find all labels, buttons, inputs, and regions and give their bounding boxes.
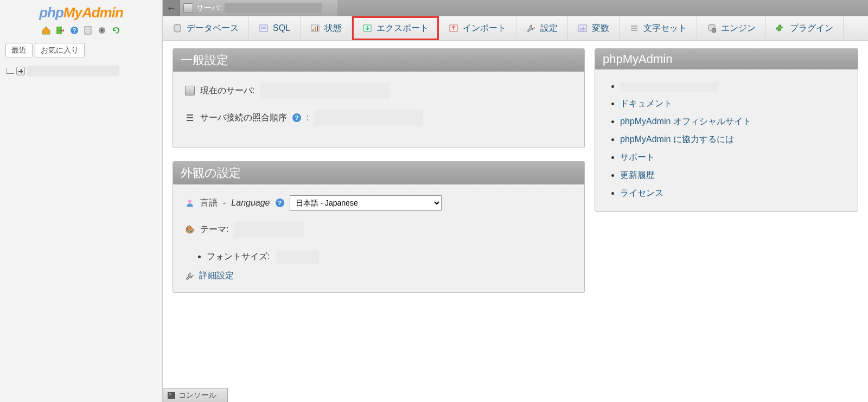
fontsize-value[interactable]	[276, 251, 319, 264]
language-sep: -	[223, 198, 226, 208]
console-bar[interactable]: コンソール	[163, 388, 228, 402]
home-icon[interactable]	[41, 25, 51, 35]
tab-label: 文字セット	[643, 23, 687, 34]
collation-row: サーバ接続の照合順序 ? :	[185, 110, 572, 126]
logo-part2: MyAdmin	[63, 4, 123, 21]
theme-value[interactable]	[234, 221, 304, 238]
tree-node-label[interactable]	[27, 66, 119, 76]
help-icon[interactable]: ?	[276, 199, 284, 207]
console-label: コンソール	[178, 391, 216, 400]
link-support[interactable]: サポート	[620, 152, 655, 162]
collation-icon	[185, 113, 195, 123]
tree-expand-icon[interactable]	[16, 67, 25, 75]
sql-docs-icon[interactable]	[83, 25, 93, 35]
svg-point-5	[101, 29, 103, 31]
help-icon[interactable]: ?	[292, 113, 301, 122]
wrench-icon	[185, 271, 195, 281]
svg-point-26	[188, 200, 192, 203]
server-name-redacted	[225, 3, 322, 13]
tab-sql[interactable]: SQL	[249, 16, 301, 40]
language-select[interactable]: 日本語 - Japanese	[290, 195, 442, 210]
appearance-list: フォントサイズ:	[185, 248, 572, 266]
svg-rect-7	[260, 25, 267, 31]
main-area: ← サーバ: データベース SQL 状態 エクスポート インポート	[163, 0, 868, 402]
list-item[interactable]: phpMyAdmin に協力するには	[620, 131, 848, 149]
database-icon	[173, 23, 182, 33]
more-settings-row[interactable]: 詳細設定	[185, 266, 572, 282]
server-breadcrumb[interactable]: サーバ:	[180, 0, 337, 16]
links-list: ドキュメント phpMyAdmin オフィシャルサイト phpMyAdmin に…	[605, 78, 848, 202]
recent-button[interactable]: 最近	[5, 43, 33, 58]
list-item[interactable]	[620, 78, 848, 95]
tree-row[interactable]	[7, 66, 156, 76]
tab-label: データベース	[187, 23, 239, 34]
server-icon	[185, 86, 195, 95]
list-item[interactable]: 更新履歴	[620, 167, 848, 184]
sidebar: phpMyAdmin ? 最近 お気に入り	[0, 0, 163, 402]
charset-icon	[629, 23, 639, 33]
list-item[interactable]: ライセンス	[620, 184, 848, 202]
more-settings-link[interactable]: 詳細設定	[199, 270, 234, 282]
language-row: 言語 - Language ? 日本語 - Japanese	[185, 195, 572, 210]
server-label: サーバ:	[196, 3, 221, 13]
theme-row: テーマ:	[185, 221, 572, 238]
panel-title: 外観の設定	[173, 162, 584, 184]
link-docs[interactable]: ドキュメント	[620, 99, 672, 108]
arrow-left-icon: ←	[167, 3, 176, 14]
collation-value[interactable]	[314, 110, 423, 126]
favorites-button[interactable]: お気に入り	[35, 43, 85, 58]
variables-icon: ab	[578, 23, 588, 33]
language-label-en: Language	[231, 198, 270, 208]
left-column: 一般設定 現在のサーバ: サーバ接続の照合順序 ? :	[173, 48, 585, 306]
link-changes[interactable]: 更新履歴	[620, 170, 655, 180]
appearance-settings-panel: 外観の設定 言語 - Language ? 日本語 - Japanese	[173, 161, 585, 293]
tab-label: エクスポート	[376, 23, 429, 34]
list-item[interactable]: phpMyAdmin オフィシャルサイト	[620, 113, 848, 131]
logout-icon[interactable]	[55, 25, 65, 35]
status-icon	[310, 23, 320, 33]
server-bar: ← サーバ:	[163, 0, 868, 16]
reload-icon[interactable]	[111, 25, 121, 35]
tab-import[interactable]: インポート	[439, 16, 516, 40]
tab-label: 状態	[324, 23, 342, 34]
collation-label: サーバ接続の照合順序	[200, 112, 287, 124]
svg-point-22	[712, 28, 716, 33]
sql-icon	[259, 23, 269, 33]
link-contribute[interactable]: phpMyAdmin に協力するには	[620, 135, 734, 144]
tab-settings[interactable]: 設定	[516, 16, 568, 40]
console-icon	[168, 392, 175, 399]
wrench-icon	[526, 23, 536, 33]
tab-charsets[interactable]: 文字セット	[620, 16, 697, 40]
tab-plugins[interactable]: プラグイン	[766, 16, 844, 40]
panel-title: phpMyAdmin	[595, 49, 858, 69]
tab-databases[interactable]: データベース	[163, 16, 249, 40]
nav-icon-row: ?	[0, 23, 162, 40]
nav-settings-icon[interactable]	[97, 25, 107, 35]
svg-text:?: ?	[73, 28, 76, 34]
docs-icon[interactable]: ?	[69, 25, 79, 35]
tab-label: インポート	[463, 23, 506, 34]
right-column: phpMyAdmin ドキュメント phpMyAdmin オフィシャルサイト p…	[595, 48, 858, 306]
tab-engines[interactable]: エンジン	[697, 16, 766, 40]
collation-colon: :	[307, 113, 309, 123]
back-button[interactable]: ←	[163, 0, 180, 16]
phpmyadmin-logo: phpMyAdmin	[0, 0, 162, 23]
svg-rect-11	[312, 29, 314, 31]
svg-rect-13	[317, 26, 318, 31]
link-redacted	[620, 82, 718, 92]
nav-tabs: 最近 お気に入り	[0, 40, 162, 61]
tab-status[interactable]: 状態	[301, 16, 352, 40]
tab-label: エンジン	[721, 23, 756, 34]
tab-export[interactable]: エクスポート	[352, 16, 439, 40]
list-item[interactable]: ドキュメント	[620, 95, 848, 113]
svg-point-27	[187, 228, 188, 229]
list-item[interactable]: サポート	[620, 149, 848, 167]
current-server-value[interactable]	[260, 82, 390, 99]
fontsize-label: フォントサイズ:	[207, 252, 270, 261]
db-tree	[0, 61, 162, 81]
tab-variables[interactable]: ab 変数	[568, 16, 620, 40]
link-license[interactable]: ライセンス	[620, 188, 663, 197]
link-official[interactable]: phpMyAdmin オフィシャルサイト	[620, 117, 751, 126]
user-icon	[185, 198, 195, 208]
current-server-label: 現在のサーバ:	[200, 85, 254, 97]
